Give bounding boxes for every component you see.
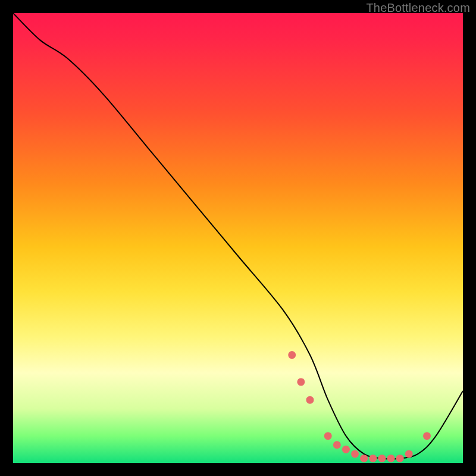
highlight-dot: [297, 378, 305, 386]
curve-svg: [13, 13, 463, 463]
highlight-dot: [423, 432, 431, 440]
highlight-dot: [333, 441, 341, 449]
highlight-dot: [351, 450, 359, 458]
highlight-dot: [369, 455, 377, 462]
highlight-dot: [306, 396, 314, 404]
highlight-dot: [288, 351, 296, 359]
highlight-dot: [405, 450, 413, 458]
plot-area: [13, 13, 463, 463]
chart-frame: TheBottleneck.com: [0, 0, 476, 476]
highlight-dot: [342, 446, 350, 453]
bottleneck-curve: [13, 13, 463, 459]
highlight-dot: [360, 455, 368, 462]
highlight-dot: [378, 455, 386, 462]
highlight-dot: [387, 455, 395, 462]
highlight-dot: [324, 432, 332, 440]
highlight-dot: [396, 455, 404, 462]
highlight-dots-group: [288, 351, 431, 462]
